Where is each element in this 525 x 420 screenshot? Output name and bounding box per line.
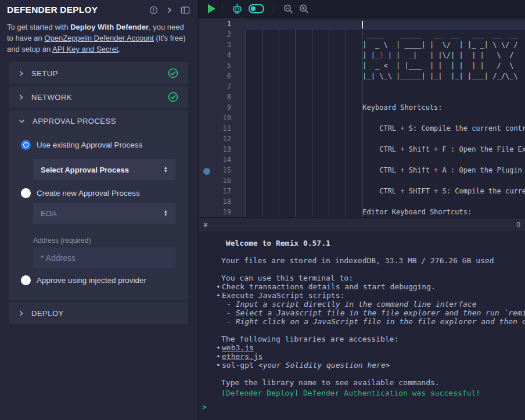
alert-circle-icon[interactable] (149, 6, 158, 15)
line-number[interactable]: 8 (199, 93, 245, 103)
editor-line[interactable]: CTRL + S: Compile the current contract (245, 124, 525, 135)
line-number[interactable]: 17 (199, 187, 245, 198)
panel-header-icons (149, 6, 190, 15)
line-number[interactable]: 9 (199, 103, 245, 114)
collapse-terminal-icon[interactable]: » (203, 222, 210, 227)
setup-header[interactable]: SETUP (9, 62, 188, 84)
terminal-prompt[interactable]: > (199, 403, 525, 411)
api-key-link[interactable]: API Key and Secret (52, 45, 118, 53)
line-number[interactable]: 6 (199, 72, 245, 82)
approval-process-select[interactable]: Select Approval Process ▲▼ (33, 159, 175, 180)
approval-type-select[interactable]: EOA ▲▼ (33, 203, 175, 224)
section-approval: APPROVAL PROCESS Use existing Approval P… (9, 110, 188, 300)
line-number[interactable]: 5 (199, 62, 245, 72)
editor-line[interactable] (245, 135, 525, 145)
toolbar-divider (222, 3, 222, 15)
split-panel-icon[interactable] (181, 6, 190, 15)
code-editor[interactable]: 12345678910111213141516171819 ____ _____… (199, 18, 525, 217)
editor-line[interactable]: ____ _____ __ __ ___ __ __ ___ ____ ____… (245, 30, 525, 41)
ai-copilot-robot-icon[interactable] (232, 3, 243, 15)
editor-line[interactable]: | |_) | | _| | |\/| | | | \ / | | | | | … (245, 51, 525, 62)
terminal-line (199, 369, 525, 378)
section-network: NETWORK (9, 86, 188, 108)
terminal-line (199, 247, 525, 256)
editor-terminal-area: 12345678910111213141516171819 ____ _____… (198, 0, 525, 420)
line-number[interactable]: 12 (199, 135, 245, 145)
editor-line[interactable]: CTRL + SHIFT + S: Compile the current co… (245, 187, 525, 198)
line-number[interactable]: 13 (199, 145, 245, 156)
editor-line[interactable]: | _ \ | ____| | \/ | |_ _| \ \/ / |_ _| … (245, 41, 525, 51)
panel-header: DEFENDER DEPLOY (0, 0, 198, 15)
editor-line[interactable] (245, 82, 525, 93)
line-number[interactable]: 11 (199, 124, 245, 135)
editor-line[interactable]: CTRL + Shift + A : Open the Plugin Manag… (245, 166, 525, 177)
radio-create-new[interactable]: Create new Approval Process (21, 188, 188, 198)
line-number[interactable]: 14 (199, 156, 245, 166)
intro-bold: Deploy With Defender (70, 23, 149, 31)
editor-line[interactable]: |_| \_\ |_____| |_| |_| |___| /_/\_\ |__… (245, 72, 525, 82)
radio-unselected-icon[interactable] (21, 188, 31, 198)
line-number[interactable]: 16 (199, 177, 245, 187)
intro-text: To get started with Deploy With Defender… (7, 21, 192, 55)
line-number[interactable]: 7 (199, 82, 245, 93)
line-number[interactable]: 10 (199, 114, 245, 124)
editor-line[interactable] (245, 198, 525, 208)
bullet-icon: • (216, 361, 221, 369)
approval-header[interactable]: APPROVAL PROCESS (9, 110, 188, 132)
terminal-line: - Select a Javascript file in the file e… (199, 308, 525, 317)
line-number[interactable]: 4 (199, 51, 245, 62)
terminal-line: - Right click on a JavaScript file in th… (199, 317, 525, 326)
line-number[interactable]: 2 (199, 30, 245, 41)
remix-ide-screen: DEFENDER DEPLOY To get started with Depl… (0, 0, 525, 420)
section-deploy: DEPLOY (9, 302, 188, 324)
text-cursor (362, 21, 363, 28)
radio-unselected-icon[interactable] (21, 275, 31, 285)
editor-line[interactable] (245, 156, 525, 166)
line-number[interactable]: 18 (199, 198, 245, 208)
radio-injected-provider[interactable]: Approve using injected provider (21, 275, 188, 285)
approval-body: Use existing Approval Process Select App… (9, 132, 188, 300)
radio-selected-icon[interactable] (21, 140, 31, 150)
editor-line[interactable] (245, 93, 525, 103)
editor-line[interactable]: | _ < | |___ | | | | | | / \ | | | |_| |… (245, 62, 525, 72)
intro-pre: To get started with (7, 23, 70, 31)
editor-line[interactable] (245, 114, 525, 124)
intro-end: . (118, 45, 121, 53)
terminal-line: - Input a script directly in the command… (199, 300, 525, 308)
terminal-line: •sol-gpt <your Solidity question here> (199, 361, 525, 369)
line-number[interactable]: 3 (199, 41, 245, 51)
zoom-in-icon[interactable] (299, 4, 309, 14)
terminal[interactable]: Welcome to Remix 0.57.1 Your files are s… (199, 231, 525, 420)
line-number[interactable]: 1 (199, 20, 245, 30)
terminal-line: You can use this terminal to: (199, 274, 525, 282)
line-number[interactable]: 19 (199, 208, 245, 217)
chevron-right-icon[interactable] (166, 6, 173, 14)
editor-line[interactable] (245, 177, 525, 187)
toggle-knob (251, 6, 256, 11)
editor-line[interactable] (245, 20, 525, 30)
approval-process-select-value: Select Approval Process (41, 166, 129, 174)
address-input[interactable] (33, 247, 175, 268)
deploy-header[interactable]: DEPLOY (9, 302, 188, 324)
copilot-toggle-on[interactable] (249, 4, 264, 13)
select-arrows-icon: ▲▼ (164, 210, 168, 217)
injected-provider-label: Approve using injected provider (37, 276, 146, 285)
breakpoint-dot[interactable] (203, 168, 210, 175)
web3js-link[interactable]: web3.js (222, 343, 254, 352)
editor-line[interactable]: Keyboard Shortcuts: (245, 103, 525, 114)
network-header[interactable]: NETWORK (9, 86, 188, 108)
editor-line[interactable]: Editor Keyboard Shortcuts: (245, 208, 525, 217)
radio-use-existing[interactable]: Use existing Approval Process (21, 140, 188, 150)
select-arrows-icon: ▲▼ (164, 166, 168, 173)
terminal-line: Type the library name to see available c… (199, 378, 525, 387)
terminal-line: The following libraries are accessible: (199, 335, 525, 343)
run-script-button[interactable] (208, 4, 215, 13)
terminal-line: [Defender Deploy] Defender Authenticatio… (199, 389, 525, 397)
editor-line[interactable]: CTRL + Shift + F : Open the File Explore… (245, 145, 525, 156)
terminal-header: » 0 (199, 217, 525, 231)
defender-account-link[interactable]: OpenZeppelin Defender Account (44, 34, 154, 42)
zoom-out-icon[interactable] (283, 4, 293, 14)
terminal-line: •Check transactions details and start de… (199, 282, 525, 291)
chevron-right-icon (19, 70, 24, 77)
ethersjs-link[interactable]: ethers.js (222, 352, 262, 361)
